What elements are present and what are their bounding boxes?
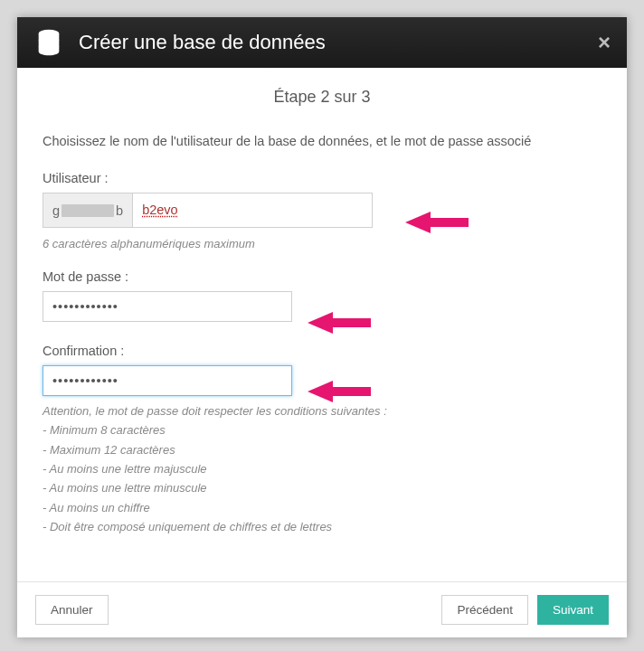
previous-button[interactable]: Précédent xyxy=(441,595,528,625)
password-input[interactable]: •••••••••••• xyxy=(43,291,292,322)
rule-item: - Au moins une lettre minuscule xyxy=(43,478,601,497)
modal-title: Créer une base de données xyxy=(79,31,583,54)
rule-item: - Au moins un chiffre xyxy=(43,498,601,517)
modal-header: Créer une base de données × xyxy=(17,17,627,68)
rules-intro: Attention, le mot de passe doit respecte… xyxy=(43,401,601,420)
password-label: Mot de passe : xyxy=(43,269,601,284)
password-rules: Attention, le mot de passe doit respecte… xyxy=(43,401,601,537)
close-icon[interactable]: × xyxy=(598,32,611,53)
rule-item: - Doit être composé uniquement de chiffr… xyxy=(43,517,601,536)
username-prefix: gb xyxy=(43,193,132,228)
modal-footer: Annuler Précédent Suivant xyxy=(17,581,627,637)
rule-item: - Maximum 12 caractères xyxy=(43,440,601,459)
cancel-button[interactable]: Annuler xyxy=(35,595,109,625)
step-indicator: Étape 2 sur 3 xyxy=(43,88,601,107)
modal-body: Étape 2 sur 3 Choisissez le nom de l'uti… xyxy=(17,68,627,581)
confirm-field-group: Confirmation : •••••••••••• Attention, l… xyxy=(43,344,601,537)
username-input-row: gb b2evo xyxy=(43,193,601,228)
username-field-group: Utilisateur : gb b2evo 6 caractères alph… xyxy=(43,171,601,253)
rule-item: - Minimum 8 caractères xyxy=(43,420,601,439)
confirm-label: Confirmation : xyxy=(43,344,601,358)
next-button[interactable]: Suivant xyxy=(537,595,609,625)
create-database-modal: Créer une base de données × Étape 2 sur … xyxy=(17,17,627,637)
instructions-text: Choisissez le nom de l'utilisateur de la… xyxy=(43,132,601,151)
username-input[interactable]: b2evo xyxy=(132,193,373,228)
redacted-segment xyxy=(62,204,114,217)
database-icon xyxy=(33,27,64,58)
rule-item: - Au moins une lettre majuscule xyxy=(43,459,601,478)
confirm-input[interactable]: •••••••••••• xyxy=(43,365,292,396)
password-field-group: Mot de passe : •••••••••••• xyxy=(43,269,601,322)
username-hint: 6 caractères alphanumériques maximum xyxy=(43,235,601,253)
username-label: Utilisateur : xyxy=(43,171,601,185)
